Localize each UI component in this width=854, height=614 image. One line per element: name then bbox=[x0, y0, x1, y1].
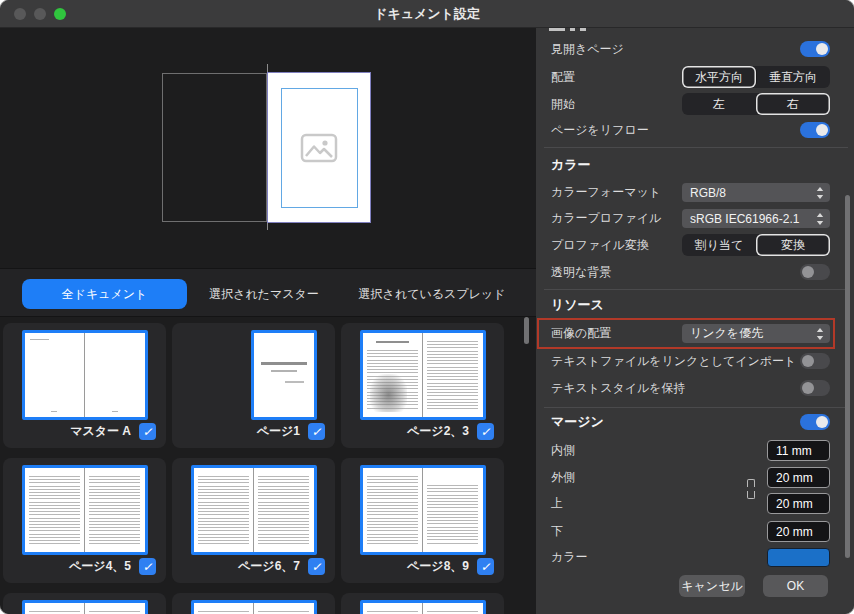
reflow-label: ページをリフロー bbox=[551, 122, 649, 139]
arrange-row: 配置 水平方向 垂直方向 bbox=[551, 66, 830, 88]
divider bbox=[544, 147, 848, 148]
import-text-linked-label: テキストファイルをリンクとしてインポート bbox=[551, 353, 796, 370]
thumbnail-checkbox[interactable]: ✓ bbox=[477, 423, 494, 440]
color-section-title: カラー bbox=[551, 156, 591, 174]
inner-margin-row: 内側 bbox=[551, 440, 830, 461]
thumbnail-card-pages-4-5[interactable]: ページ4、5 ✓ bbox=[3, 458, 166, 583]
stepper-icon bbox=[816, 213, 824, 225]
facing-pages-toggle[interactable] bbox=[800, 41, 830, 57]
margin-color-swatch[interactable] bbox=[767, 548, 830, 567]
clipped-section-header bbox=[549, 28, 586, 31]
arrange-horizontal-button[interactable]: 水平方向 bbox=[682, 66, 756, 88]
thumbnail-card-pages-8-9[interactable]: ページ8、9 ✓ bbox=[341, 458, 504, 583]
margins-section-header-row: マージン bbox=[551, 414, 830, 430]
top-margin-label: 上 bbox=[551, 495, 563, 512]
keep-text-styles-row: テキストスタイルを保持 bbox=[551, 380, 830, 396]
image-placement-dropdown[interactable]: リンクを優先 bbox=[682, 324, 830, 343]
right-scrollbar[interactable] bbox=[845, 195, 850, 558]
start-segmented-control: 左 右 bbox=[682, 93, 830, 115]
reflow-toggle[interactable] bbox=[800, 122, 830, 138]
thumbnail-checkbox[interactable]: ✓ bbox=[308, 558, 325, 575]
settings-panel: 見開きページ 配置 水平方向 垂直方向 開始 左 右 ページをリフロー カラー bbox=[536, 28, 854, 614]
thumbnail-checkbox[interactable]: ✓ bbox=[139, 423, 156, 440]
margin-color-row: カラー bbox=[551, 548, 830, 567]
tab-selected-masters[interactable]: 選択されたマスター bbox=[194, 279, 334, 309]
bottom-margin-label: 下 bbox=[551, 523, 563, 540]
thumbnail-card-pages-2-3[interactable]: ページ2、3 ✓ bbox=[341, 323, 504, 448]
thumbnail-checkbox[interactable]: ✓ bbox=[308, 423, 325, 440]
pages-grid: マスター A ✓ ページ1 ✓ ページ2、3 bbox=[0, 317, 536, 614]
image-placement-value: リンクを優先 bbox=[690, 325, 816, 342]
start-row: 開始 左 右 bbox=[551, 93, 830, 115]
tab-selected-spreads[interactable]: 選択されているスプレッド bbox=[340, 279, 524, 309]
keep-text-styles-label: テキストスタイルを保持 bbox=[551, 380, 686, 397]
color-profile-value: sRGB IEC61966-2.1 bbox=[690, 212, 816, 226]
stepper-icon bbox=[816, 187, 824, 199]
keep-text-styles-toggle[interactable] bbox=[800, 380, 830, 396]
image-placement-row: 画像の配置 リンクを優先 bbox=[551, 324, 830, 343]
check-icon: ✓ bbox=[480, 560, 490, 574]
transparent-bg-toggle[interactable] bbox=[800, 264, 830, 280]
convert-button[interactable]: 変換 bbox=[756, 234, 830, 256]
inner-margin-label: 内側 bbox=[551, 442, 575, 459]
check-icon: ✓ bbox=[142, 425, 152, 439]
profile-convert-segmented-control: 割り当て 変換 bbox=[682, 234, 830, 256]
color-profile-dropdown[interactable]: sRGB IEC61966-2.1 bbox=[682, 209, 830, 228]
thumbnail-card-pages-6-7[interactable]: ページ6、7 ✓ bbox=[172, 458, 335, 583]
top-margin-row: 上 bbox=[551, 493, 830, 514]
thumbnail-checkbox[interactable]: ✓ bbox=[477, 558, 494, 575]
left-page-outline bbox=[162, 73, 267, 222]
top-margin-input[interactable] bbox=[767, 493, 830, 514]
outer-margin-input[interactable] bbox=[767, 467, 830, 488]
cancel-button[interactable]: キャンセル bbox=[679, 575, 745, 597]
resources-section-title: リソース bbox=[551, 296, 604, 314]
color-format-value: RGB/8 bbox=[690, 186, 816, 200]
thumbnail-card-page-1[interactable]: ページ1 ✓ bbox=[172, 323, 335, 448]
thumbnail-label: マスター A bbox=[70, 423, 131, 440]
transparent-bg-row: 透明な背景 bbox=[551, 264, 830, 280]
assign-button[interactable]: 割り当て bbox=[682, 234, 756, 256]
spread-image bbox=[22, 330, 148, 420]
resources-section-header-row: リソース bbox=[551, 297, 830, 313]
spread-image bbox=[251, 330, 317, 420]
tab-all-documents[interactable]: 全ドキュメント bbox=[22, 279, 187, 309]
thumbnail-checkbox[interactable]: ✓ bbox=[139, 558, 156, 575]
divider bbox=[544, 289, 848, 290]
profile-convert-row: プロファイル変換 割り当て 変換 bbox=[551, 234, 830, 256]
thumbnail-card-partial[interactable] bbox=[341, 593, 504, 614]
color-format-row: カラーフォーマット RGB/8 bbox=[551, 183, 830, 202]
start-left-button[interactable]: 左 bbox=[682, 93, 756, 115]
check-icon: ✓ bbox=[480, 425, 490, 439]
window-title: ドキュメント設定 bbox=[0, 0, 854, 28]
inner-margin-input[interactable] bbox=[767, 440, 830, 461]
thumbnail-label: ページ2、3 bbox=[407, 423, 469, 440]
ok-button[interactable]: OK bbox=[763, 575, 828, 597]
arrange-label: 配置 bbox=[551, 69, 575, 86]
spread-image bbox=[191, 600, 317, 614]
start-right-button[interactable]: 右 bbox=[756, 93, 830, 115]
spread-image bbox=[191, 465, 317, 555]
check-icon: ✓ bbox=[311, 560, 321, 574]
thumbnail-card-partial[interactable] bbox=[172, 593, 335, 614]
arrange-vertical-button[interactable]: 垂直方向 bbox=[756, 66, 830, 88]
bottom-margin-row: 下 bbox=[551, 521, 830, 542]
reflow-row: ページをリフロー bbox=[551, 122, 830, 138]
thumbnail-card-partial[interactable] bbox=[3, 593, 166, 614]
right-page-preview bbox=[267, 72, 371, 223]
spread-image bbox=[360, 600, 486, 614]
import-text-linked-toggle[interactable] bbox=[800, 353, 830, 369]
start-label: 開始 bbox=[551, 96, 575, 113]
image-placeholder-icon bbox=[300, 133, 338, 163]
bottom-margin-input[interactable] bbox=[767, 521, 830, 542]
margins-toggle[interactable] bbox=[800, 414, 830, 430]
color-format-dropdown[interactable]: RGB/8 bbox=[682, 183, 830, 202]
thumbnail-label: ページ1 bbox=[257, 423, 300, 440]
preview-panel: 全ドキュメント 選択されたマスター 選択されているスプレッド マスター A ✓ bbox=[0, 28, 536, 614]
spread-preview bbox=[0, 28, 536, 268]
thumbnail-card-master-a[interactable]: マスター A ✓ bbox=[3, 323, 166, 448]
profile-convert-label: プロファイル変換 bbox=[551, 237, 649, 254]
arrange-segmented-control: 水平方向 垂直方向 bbox=[682, 66, 830, 88]
titlebar[interactable]: ドキュメント設定 bbox=[0, 0, 854, 28]
color-profile-label: カラープロファイル bbox=[551, 210, 661, 227]
left-scrollbar[interactable] bbox=[524, 317, 529, 344]
